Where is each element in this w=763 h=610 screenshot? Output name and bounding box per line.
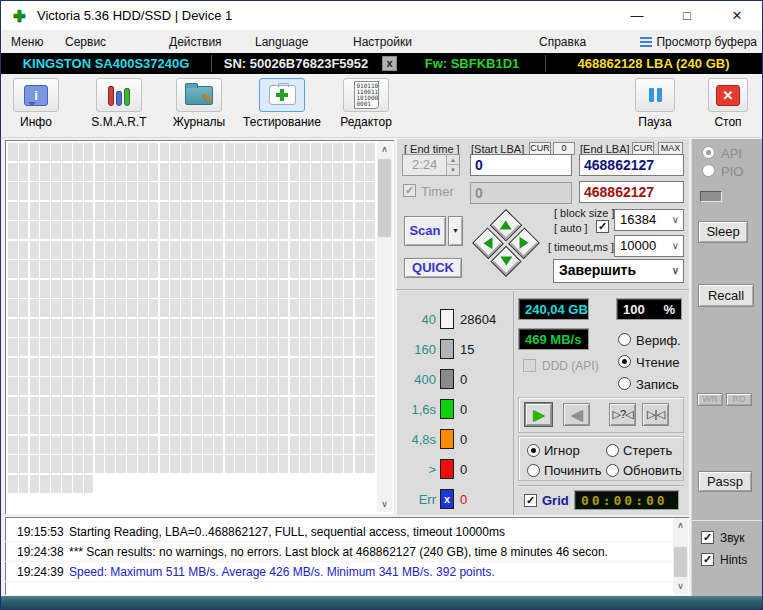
close-button[interactable]: ✕ (712, 1, 762, 31)
scan-block (192, 416, 202, 434)
on-finish-combo[interactable]: Завершить (553, 259, 684, 283)
menu-actions[interactable]: Действия (169, 31, 222, 53)
scan-block (19, 182, 29, 200)
device-model[interactable]: KINGSTON SA400S37240G (1, 53, 211, 74)
menu-main[interactable]: Меню (11, 31, 43, 53)
pio-radio[interactable] (702, 164, 715, 177)
scan-block (116, 260, 126, 278)
refresh-radio[interactable] (606, 464, 619, 477)
log-scrollbar[interactable] (673, 518, 688, 594)
auto-checkbox[interactable] (596, 220, 609, 233)
scan-block (322, 416, 332, 434)
play-button[interactable]: ▶ (525, 403, 552, 426)
scan-block (160, 280, 170, 298)
scan-block (333, 338, 343, 356)
scroll-up-icon[interactable] (673, 518, 688, 533)
menu-help[interactable]: Справка (539, 31, 586, 53)
write-radio[interactable] (618, 377, 631, 390)
smart-button[interactable]: S.M.A.R.T (87, 78, 151, 129)
current-lba-input[interactable]: 468862127 (579, 181, 684, 203)
scan-block (268, 163, 278, 181)
sleep-button[interactable]: Sleep (698, 221, 748, 243)
ignore-radio[interactable] (527, 444, 540, 457)
scan-block (84, 455, 94, 473)
auto-label: [ auto ] (554, 222, 588, 234)
back-button[interactable]: ◀ (563, 403, 590, 426)
scan-map-scrollbar[interactable] (377, 142, 392, 512)
scan-block (116, 143, 126, 161)
menu-language[interactable]: Language (255, 31, 308, 53)
buffer-view-button[interactable]: Просмотр буфера (640, 31, 757, 53)
read-label: Чтение (636, 355, 679, 370)
scan-block (235, 436, 245, 454)
grid-checkbox[interactable] (524, 494, 537, 507)
scan-block (170, 221, 180, 239)
scan-block (311, 241, 321, 259)
recall-button[interactable]: Recall (698, 284, 754, 307)
minimize-button[interactable]: — (612, 1, 662, 31)
stop-button[interactable]: ✕ Стоп (704, 78, 752, 129)
block-size-combo[interactable]: 16384 (614, 209, 684, 231)
testing-button[interactable]: Тестирование (239, 78, 325, 129)
scan-block (51, 475, 61, 493)
maximize-button[interactable]: □ (662, 1, 712, 31)
skip-to-end-button[interactable]: ▷|◁ (642, 403, 669, 426)
editor-button[interactable]: 010110 110011 101000 0001 Редактор (332, 78, 400, 129)
scan-block (300, 377, 310, 395)
spinner-arrows-icon[interactable]: ▲▼ (446, 155, 459, 175)
rd-button[interactable]: RD (726, 393, 752, 406)
scan-block (40, 475, 50, 493)
end-lba-input[interactable]: 468862127 (579, 154, 684, 176)
stat-count: 0 (460, 492, 467, 507)
wr-button[interactable]: WR (697, 393, 723, 406)
scan-block (51, 202, 61, 220)
skip-to-error-button[interactable]: ▷?◁ (609, 403, 636, 426)
scan-block (95, 319, 105, 337)
erase-radio[interactable] (606, 444, 619, 457)
scan-block (192, 280, 202, 298)
scan-button[interactable]: Scan (404, 216, 446, 246)
scan-block (192, 319, 202, 337)
timeout-combo[interactable]: 10000 (614, 235, 684, 257)
scan-block (116, 397, 126, 415)
status-led (700, 191, 722, 202)
scan-block (30, 455, 40, 473)
repair-radio[interactable] (527, 464, 540, 477)
scan-block (40, 241, 50, 259)
ddd-api-checkbox[interactable] (523, 359, 536, 372)
verify-radio[interactable] (618, 333, 631, 346)
end-time-spinner[interactable]: 2:24 ▲▼ (402, 154, 460, 176)
scan-block (95, 163, 105, 181)
device-close-badge[interactable]: x (382, 56, 397, 71)
scan-block (355, 319, 365, 337)
read-radio[interactable] (618, 355, 631, 368)
pause-button[interactable]: Пауза (632, 78, 678, 129)
timer-checkbox[interactable] (403, 184, 416, 197)
scan-block (235, 221, 245, 239)
scan-block (322, 202, 332, 220)
quick-button[interactable]: QUICK (404, 258, 462, 278)
scroll-down-icon[interactable] (673, 579, 688, 594)
menu-settings[interactable]: Настройки (353, 31, 412, 53)
scan-block (8, 260, 18, 278)
scroll-thumb[interactable] (378, 159, 391, 237)
scan-dropdown-button[interactable]: ▼ (448, 216, 463, 246)
scan-block (30, 143, 40, 161)
sound-checkbox[interactable] (701, 531, 714, 544)
stop-icon: ✕ (716, 85, 740, 106)
scan-block (181, 202, 191, 220)
scroll-up-icon[interactable] (377, 142, 392, 157)
journals-button[interactable]: Журналы (164, 78, 234, 129)
api-radio[interactable] (702, 146, 715, 159)
scroll-down-icon[interactable] (377, 497, 392, 512)
start-lba-input[interactable]: 0 (470, 154, 572, 176)
info-button[interactable]: Инфо (11, 78, 61, 129)
passp-button[interactable]: Passp (698, 471, 752, 492)
scan-block (268, 260, 278, 278)
scan-block (268, 221, 278, 239)
scan-block (19, 299, 29, 317)
scan-block (365, 143, 375, 161)
menu-service[interactable]: Сервис (65, 31, 106, 53)
hints-checkbox[interactable] (701, 553, 714, 566)
scroll-thumb[interactable] (674, 547, 687, 577)
